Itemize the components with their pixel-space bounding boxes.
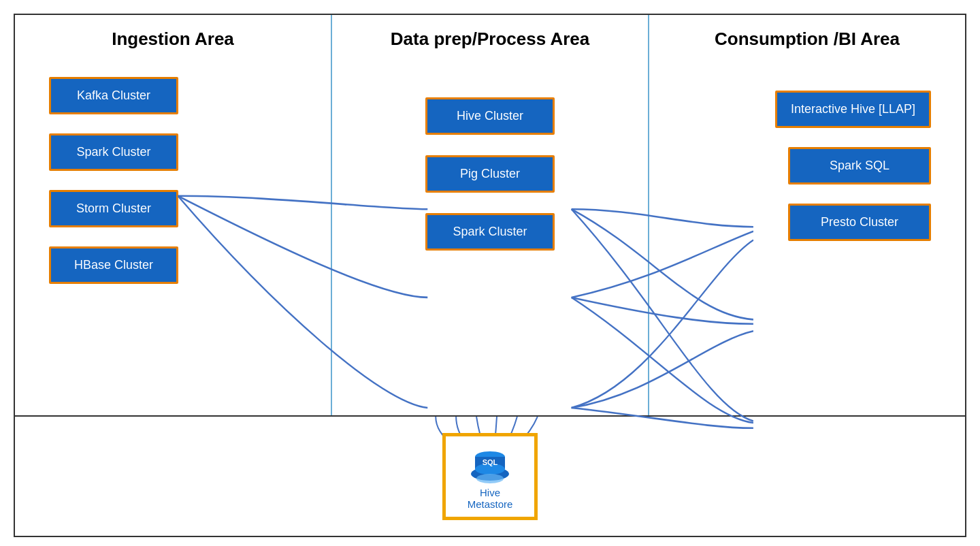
consumption-title: Consumption /BI Area — [663, 29, 951, 50]
main-container: Ingestion Area Kafka Cluster Spark Clust… — [14, 14, 966, 537]
ingestion-boxes: Kafka Cluster Spark Cluster Storm Cluste… — [29, 70, 317, 284]
metastore-label: Hive Metastore — [457, 487, 523, 510]
presto-cluster-box: Presto Cluster — [788, 204, 931, 241]
hive-metastore-box: SQL Hive Metastore — [442, 433, 538, 520]
kafka-cluster-box: Kafka Cluster — [49, 77, 178, 114]
storm-cluster-box: Storm Cluster — [49, 190, 178, 227]
ingestion-title: Ingestion Area — [29, 29, 317, 50]
process-spark-cluster-box: Spark Cluster — [425, 213, 555, 251]
svg-point-5 — [476, 474, 504, 483]
process-column: Data prep/Process Area Hive Cluster Pig … — [332, 15, 649, 415]
interactive-hive-box: Interactive Hive [LLAP] — [775, 91, 931, 128]
hive-metastore-icon: SQL — [466, 443, 514, 484]
spark-sql-box: Spark SQL — [788, 147, 931, 184]
ingestion-spark-cluster-box: Spark Cluster — [49, 133, 178, 171]
ingestion-column: Ingestion Area Kafka Cluster Spark Clust… — [15, 15, 332, 415]
bottom-section: SQL Hive Metastore — [15, 417, 965, 536]
hbase-cluster-box: HBase Cluster — [49, 246, 178, 284]
hive-cluster-box: Hive Cluster — [425, 97, 555, 135]
svg-text:SQL: SQL — [483, 458, 498, 466]
top-section: Ingestion Area Kafka Cluster Spark Clust… — [15, 15, 965, 417]
process-title: Data prep/Process Area — [346, 29, 634, 50]
consumption-column: Consumption /BI Area Interactive Hive [L… — [649, 15, 965, 415]
process-boxes: Hive Cluster Pig Cluster Spark Cluster — [346, 70, 634, 251]
pig-cluster-box: Pig Cluster — [425, 155, 555, 193]
consumption-boxes: Interactive Hive [LLAP] Spark SQL Presto… — [663, 70, 951, 241]
